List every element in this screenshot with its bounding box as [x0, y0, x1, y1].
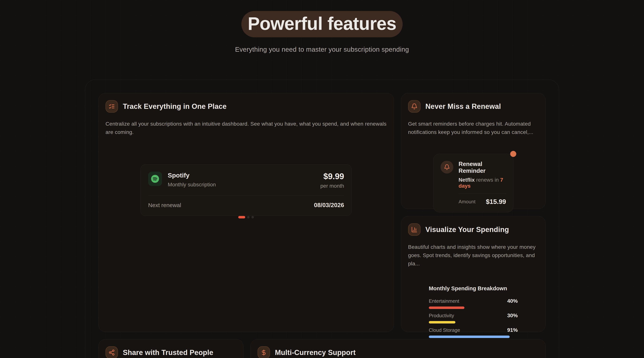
subscription-plan: Monthly subscription — [168, 182, 216, 188]
card-header: Visualize Your Spending — [408, 223, 538, 236]
carousel-dot-3[interactable] — [252, 216, 254, 218]
features-row-top: Track Everything in One Place Centralize… — [98, 93, 546, 332]
card-title: Track Everything in One Place — [123, 102, 227, 111]
renewal-reminder-card: Renewal Reminder Netflix renews in 7 day… — [433, 154, 514, 212]
renewal-date: 08/03/2026 — [314, 202, 344, 209]
reminder-content: Renewal Reminder Netflix renews in 7 day… — [440, 161, 506, 205]
subscription-price: $9.99 — [320, 172, 344, 181]
reminder-title: Renewal Reminder — [458, 161, 506, 174]
reminder-renews-in-text: renews in — [474, 177, 500, 183]
chart-label-row: Cloud Storage91% — [429, 327, 518, 333]
feature-card-share-trusted-people: Share with Trusted People — [98, 339, 244, 358]
amount-value: $15.99 — [486, 198, 506, 205]
chart-category-label: Cloud Storage — [429, 327, 460, 333]
amount-label: Amount — [458, 199, 476, 205]
card-header: Never Miss a Renewal — [408, 100, 538, 113]
features-row-bottom: Share with Trusted People Multi-Currency… — [98, 339, 546, 358]
reminder-amount-row: Amount $15.99 — [458, 198, 506, 205]
reminder-renewal-text: Netflix renews in 7 days — [458, 177, 506, 189]
card-title: Never Miss a Renewal — [426, 102, 501, 111]
chart-bar — [429, 306, 464, 309]
subscription-price-block: $9.99 per month — [320, 172, 344, 189]
reminder-service-name: Netflix — [458, 177, 475, 183]
card-description: Get smart reminders before charges hit. … — [408, 120, 538, 136]
feature-card-visualize-spending: Visualize Your Spending Beautiful charts… — [401, 216, 546, 332]
bar-chart-icon — [408, 223, 420, 236]
divider — [458, 194, 506, 194]
chart-category-label: Entertainment — [429, 298, 459, 304]
chart-item: Productivity30% — [429, 312, 518, 323]
carousel-dot-2[interactable] — [247, 216, 250, 218]
subscription-price-period: per month — [320, 183, 344, 189]
subscription-service-name: Spotify — [168, 172, 216, 179]
card-description: Centralize all your subscriptions with a… — [106, 120, 387, 136]
chart-item: Entertainment40% — [429, 298, 518, 309]
bell-icon — [408, 100, 420, 113]
notification-badge-dot — [510, 151, 516, 157]
spotify-logo-icon — [148, 172, 162, 186]
chart-item: Cloud Storage91% — [429, 327, 518, 338]
card-title: Visualize Your Spending — [426, 226, 509, 234]
feature-card-never-miss-renewal: Never Miss a Renewal Get smart reminders… — [401, 93, 546, 209]
card-title: Multi-Currency Support — [275, 348, 356, 357]
share-icon — [106, 346, 118, 358]
bell-icon — [440, 161, 453, 173]
section-subtitle: Everything you need to master your subsc… — [0, 46, 644, 53]
card-header: Multi-Currency Support — [258, 346, 538, 358]
card-title: Share with Trusted People — [123, 348, 213, 357]
carousel-dots — [238, 216, 254, 218]
chart-value-label: 40% — [507, 298, 518, 304]
reminder-body: Renewal Reminder Netflix renews in 7 day… — [458, 161, 506, 205]
section-title: Powerful features — [241, 11, 403, 37]
chart-label-row: Productivity30% — [429, 312, 518, 319]
chart-bar — [429, 321, 456, 323]
features-section-header: Powerful features Everything you need to… — [0, 0, 644, 53]
carousel-dot-1[interactable] — [238, 216, 245, 218]
feature-card-multi-currency: Multi-Currency Support — [250, 339, 546, 358]
chart-label-row: Entertainment40% — [429, 298, 518, 304]
features-grid-container: Track Everything in One Place Centralize… — [85, 80, 559, 358]
chart-value-label: 91% — [507, 327, 518, 333]
card-header: Share with Trusted People — [106, 346, 236, 358]
chart-value-label: 30% — [507, 312, 518, 319]
subscription-name-block: Spotify Monthly subscription — [168, 172, 216, 188]
renewal-label: Next renewal — [148, 202, 181, 209]
list-checks-icon — [106, 100, 118, 113]
card-description: Beautiful charts and insights show where… — [408, 243, 538, 268]
feature-card-track-everything: Track Everything in One Place Centralize… — [98, 93, 394, 332]
subscription-renewal-row: Next renewal 08/03/2026 — [148, 196, 344, 209]
subscription-top-row: Spotify Monthly subscription $9.99 per m… — [148, 172, 344, 189]
subscription-preview-card: Spotify Monthly subscription $9.99 per m… — [140, 164, 352, 216]
chart-title: Monthly Spending Breakdown — [429, 285, 518, 292]
features-column-right: Never Miss a Renewal Get smart reminders… — [401, 93, 546, 332]
card-header: Track Everything in One Place — [106, 100, 387, 113]
chart-bar — [429, 335, 510, 338]
chart-category-label: Productivity — [429, 313, 454, 319]
dollar-icon — [258, 346, 270, 358]
